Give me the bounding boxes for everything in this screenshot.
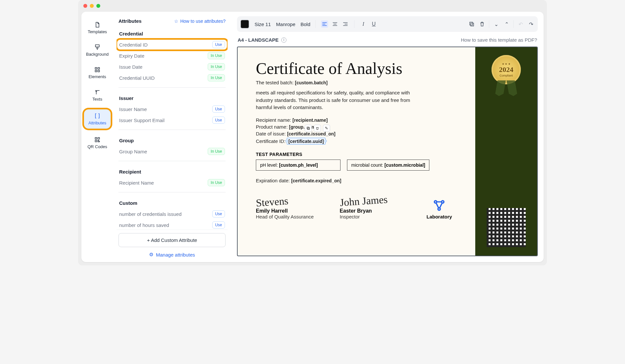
attr-credential-id[interactable]: Credential ID Use	[117, 39, 227, 50]
resize-handle-left[interactable]	[285, 140, 288, 142]
qr-code[interactable]	[487, 208, 526, 247]
use-button[interactable]: Use	[212, 210, 225, 217]
use-button[interactable]: Use	[212, 105, 225, 113]
medal-year: 2024	[499, 65, 513, 74]
star-icon: ☆	[174, 19, 178, 24]
copy-icon[interactable]	[468, 21, 475, 28]
certificate-canvas[interactable]: Certificate of Analysis The tested batch…	[237, 47, 538, 256]
resize-handle-right[interactable]	[325, 140, 327, 142]
save-pdf-help-link[interactable]: How to save this template as PDF?	[461, 37, 537, 43]
issue-token[interactable]: [certificate.issued_on]	[287, 131, 336, 136]
italic-icon[interactable]: I	[360, 21, 367, 28]
section-group-title: Group	[117, 134, 227, 146]
attr-custom-credentials-issued[interactable]: number of credentials issued Use	[117, 208, 227, 219]
attr-recipient-name[interactable]: Recipient Name In Use	[117, 177, 227, 188]
svg-rect-7	[471, 23, 474, 26]
nav-templates-label: Templates	[88, 29, 107, 34]
underline-icon[interactable]: U	[370, 21, 377, 28]
nav-texts[interactable]: Texts	[91, 87, 104, 104]
divider	[118, 161, 226, 161]
chevron-down-icon[interactable]: ⌄	[493, 21, 500, 28]
nav-attributes[interactable]: Attributes	[84, 109, 111, 129]
recipient-token[interactable]: [recipient.name]	[293, 118, 328, 123]
attributes-scroll[interactable]: Credential Credential ID Use Expiry Date…	[117, 27, 228, 230]
attr-name: Issuer Name	[119, 106, 147, 112]
expiration-token[interactable]: [certificate.expired_on]	[291, 178, 341, 183]
font-weight-select[interactable]: Bold	[300, 21, 310, 27]
trash-icon[interactable]	[479, 21, 486, 28]
test-params-header: TEST PARAMETERS	[256, 152, 457, 157]
signature-block-1[interactable]: Stevens Emily Harrell Head of Quality As…	[256, 196, 314, 219]
info-icon[interactable]: i	[281, 37, 286, 43]
ph-label: pH level:	[260, 162, 278, 168]
attr-name: number of credentials issued	[119, 211, 182, 217]
microbial-token[interactable]: [custom.microbial]	[384, 162, 425, 168]
minimize-window-button[interactable]	[90, 4, 94, 8]
svg-rect-9	[308, 128, 310, 130]
signature-name: Emily Harrell	[256, 208, 314, 214]
undo-icon[interactable]: ↶	[517, 21, 524, 28]
canvas-area: Size 11 Manrope Bold I U	[231, 12, 544, 262]
laboratory-logo[interactable]: Laboratory	[426, 198, 452, 219]
id-token[interactable]: [certificate.uuid]	[288, 139, 324, 144]
nav-elements[interactable]: Elements	[87, 64, 107, 81]
window-titlebar	[78, 0, 547, 12]
use-button[interactable]: Use	[212, 221, 225, 229]
attr-issue-date[interactable]: Issue Date In Use	[117, 61, 227, 72]
redo-icon[interactable]: ↷	[527, 21, 535, 28]
edit-icon[interactable]: ✎	[323, 125, 330, 132]
add-custom-attribute-button[interactable]: + Add Custom Attribute	[118, 233, 226, 247]
font-size-select[interactable]: Size 11	[255, 21, 271, 27]
certificate-title[interactable]: Certificate of Analysis	[256, 59, 457, 78]
nav-qrcodes[interactable]: QR Codes	[86, 134, 109, 151]
section-recipient-title: Recipient	[117, 165, 227, 177]
svg-rect-0	[95, 67, 97, 69]
signature-block-2[interactable]: John James Easter Bryan Inspector	[340, 196, 388, 219]
inuse-badge: In Use	[208, 148, 225, 155]
nav-qrcodes-label: QR Codes	[88, 144, 107, 149]
ph-level-box[interactable]: pH level: [custom.ph_level]	[256, 160, 340, 171]
manage-attributes-link[interactable]: ⚙ Manage attributes	[118, 252, 226, 258]
signature-role: Inspector	[340, 214, 388, 219]
ph-token[interactable]: [custom.ph_level]	[279, 162, 318, 168]
signature-name: Easter Bryan	[340, 208, 388, 214]
color-swatch[interactable]	[240, 20, 249, 29]
attr-custom-hours-saved[interactable]: number of hours saved Use	[117, 219, 227, 230]
attr-issuer-email[interactable]: Issuer Support Email Use	[117, 115, 227, 126]
align-left-icon[interactable]	[321, 21, 328, 28]
divider	[118, 87, 226, 88]
batch-token[interactable]: [custom.batch]	[295, 80, 327, 85]
maximize-window-button[interactable]	[96, 4, 100, 8]
attr-issuer-name[interactable]: Issuer Name Use	[117, 104, 227, 115]
shapes-icon	[94, 66, 101, 73]
selected-token-box[interactable]: [certificate.uuid]	[287, 138, 326, 145]
chevron-up-icon[interactable]: ⌃	[503, 21, 510, 28]
nav-elements-label: Elements	[89, 74, 106, 79]
compliance-medal[interactable]: ★ ★ ★ 2024 Compliant	[492, 55, 521, 84]
attr-name: Recipient Name	[119, 180, 154, 186]
attr-expiry-date[interactable]: Expiry Date In Use	[117, 50, 227, 61]
use-button[interactable]: Use	[212, 117, 225, 124]
svg-rect-2	[95, 70, 97, 72]
svg-point-11	[435, 201, 437, 203]
duplicate-icon[interactable]	[305, 125, 312, 132]
microbial-box[interactable]: microbial count: [custom.microbial]	[347, 160, 429, 171]
nav-templates[interactable]: Templates	[86, 20, 108, 36]
attr-name: Credential ID	[119, 42, 148, 48]
panel-title: Attributes	[118, 18, 142, 24]
align-right-icon[interactable]	[342, 21, 349, 28]
attr-group-name[interactable]: Group Name In Use	[117, 146, 227, 157]
help-link[interactable]: ☆ How to use attributes?	[174, 19, 226, 24]
gear-icon: ⚙	[149, 252, 153, 258]
align-center-icon[interactable]	[331, 21, 339, 28]
use-button[interactable]: Use	[212, 41, 225, 48]
delete-icon[interactable]	[314, 125, 321, 132]
text-toolbar: Size 11 Manrope Bold I U	[237, 16, 538, 32]
certificate-body[interactable]: meets all required specifications for sa…	[256, 89, 425, 111]
section-issuer-title: Issuer	[117, 91, 227, 104]
attr-credential-uuid[interactable]: Credential UUID In Use	[117, 72, 227, 83]
nav-background[interactable]: Background	[85, 42, 110, 59]
font-family-select[interactable]: Manrope	[276, 21, 295, 27]
close-window-button[interactable]	[83, 4, 87, 8]
svg-point-13	[438, 208, 440, 210]
